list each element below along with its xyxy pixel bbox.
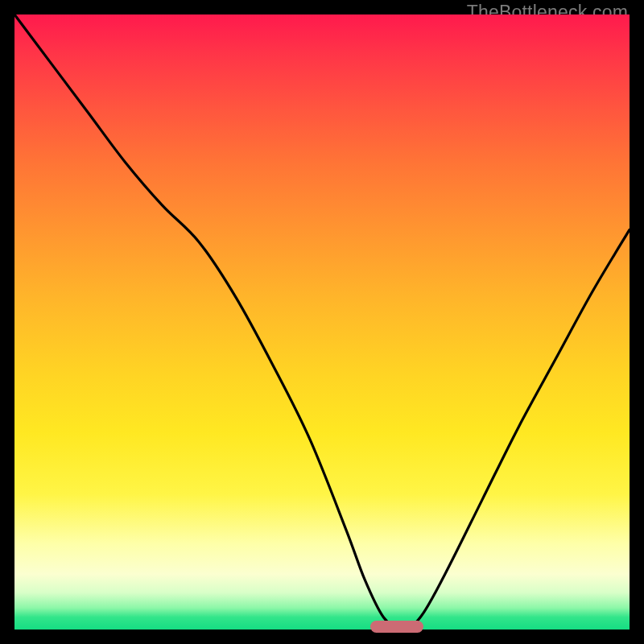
chart-frame: TheBottleneck.com [0,0,644,644]
optimal-range-marker [370,621,423,633]
bottleneck-curve [14,14,630,630]
plot-area [14,14,630,630]
